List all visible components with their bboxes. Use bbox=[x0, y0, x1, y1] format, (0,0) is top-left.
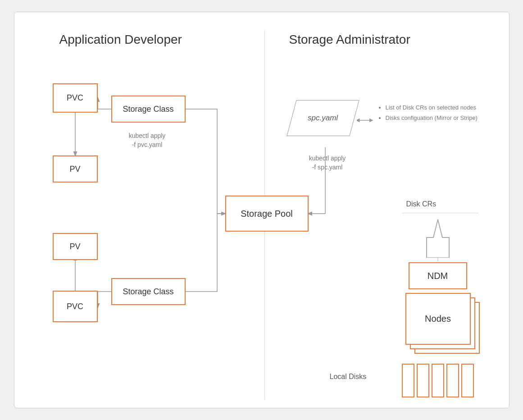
disk-bar-5 bbox=[461, 364, 474, 397]
app-developer-title: Application Developer bbox=[59, 32, 182, 47]
disk-crs-label: Disk CRs bbox=[406, 199, 460, 209]
storage-class-top-box: Storage Class bbox=[111, 96, 186, 123]
pv-top-box: PV bbox=[53, 155, 98, 183]
nodes-box: Nodes bbox=[405, 293, 471, 345]
disk-crs-divider bbox=[402, 213, 478, 213]
storage-admin-title: Storage Administrator bbox=[289, 32, 410, 47]
svg-marker-4 bbox=[427, 219, 449, 258]
storage-pool-box: Storage Pool bbox=[225, 196, 309, 232]
kubectl-spc-label: kubectl apply-f spc.yaml bbox=[291, 154, 364, 172]
pvc-bottom-box: PVC bbox=[53, 291, 98, 322]
pvc-top-box: PVC bbox=[53, 83, 98, 113]
bullet-item-2: Disks configuation (Mirror or Stripe) bbox=[386, 113, 496, 123]
disk-bar-2 bbox=[417, 364, 429, 397]
disk-bar-1 bbox=[402, 364, 414, 397]
up-arrow-svg bbox=[424, 217, 451, 258]
disk-bar-4 bbox=[446, 364, 459, 397]
ndm-box: NDM bbox=[409, 262, 467, 289]
double-arrow-svg bbox=[357, 114, 375, 127]
kubectl-pvc-label: kubectl apply-f pvc.yaml bbox=[111, 132, 183, 149]
diagram-container: Application Developer Storage Administra… bbox=[14, 12, 509, 408]
bullet-list: List of Disk CRs on selected nodes Disks… bbox=[378, 102, 496, 123]
disk-bar-3 bbox=[432, 364, 444, 397]
local-disks-label: Local Disks bbox=[330, 372, 384, 382]
pv-bottom-box: PV bbox=[53, 233, 98, 260]
storage-class-bottom-box: Storage Class bbox=[111, 278, 186, 305]
bullet-item-1: List of Disk CRs on selected nodes bbox=[386, 102, 496, 113]
